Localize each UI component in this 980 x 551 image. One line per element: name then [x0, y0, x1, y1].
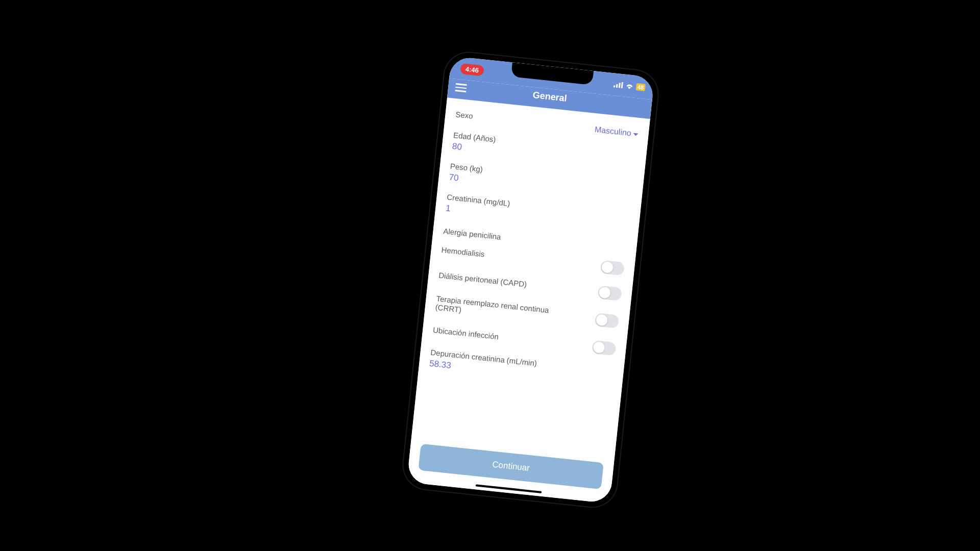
- crrt-toggle[interactable]: [595, 313, 619, 329]
- toggle-knob: [596, 314, 608, 326]
- sexo-label: Sexo: [455, 110, 474, 120]
- toggle-knob: [593, 341, 605, 353]
- battery-indicator: 48: [635, 83, 646, 91]
- hamburger-menu-icon[interactable]: [455, 83, 467, 92]
- phone-device-frame: 4:46 48 General Sexo Masculino: [401, 51, 660, 509]
- phone-screen: 4:46 48 General Sexo Masculino: [407, 56, 655, 504]
- ubicacion-toggle[interactable]: [592, 340, 616, 356]
- toggle-knob: [599, 286, 611, 298]
- form-scroll-area[interactable]: Sexo Masculino Edad (Años) 80 Peso (kg) …: [411, 97, 650, 457]
- status-indicators: 48: [614, 81, 646, 91]
- cellular-signal-icon: [614, 81, 623, 88]
- svg-rect-1: [616, 84, 618, 88]
- toggle-knob: [601, 261, 614, 273]
- svg-rect-0: [614, 85, 615, 87]
- capd-toggle[interactable]: [597, 285, 622, 301]
- capd-label: Diálisis peritoneal (CAPD): [438, 271, 527, 289]
- page-title: General: [532, 90, 568, 104]
- recording-time-pill: 4:46: [460, 63, 484, 76]
- ubicacion-label: Ubicación infección: [432, 325, 499, 341]
- wifi-icon: [625, 83, 633, 90]
- svg-rect-2: [619, 83, 621, 88]
- svg-rect-3: [621, 82, 623, 88]
- hemodialisis-toggle[interactable]: [600, 260, 625, 276]
- sexo-value: Masculino: [594, 125, 632, 138]
- chevron-down-icon: [633, 133, 638, 136]
- sexo-dropdown[interactable]: Masculino: [594, 125, 639, 139]
- hemodialisis-label: Hemodialisis: [441, 245, 485, 259]
